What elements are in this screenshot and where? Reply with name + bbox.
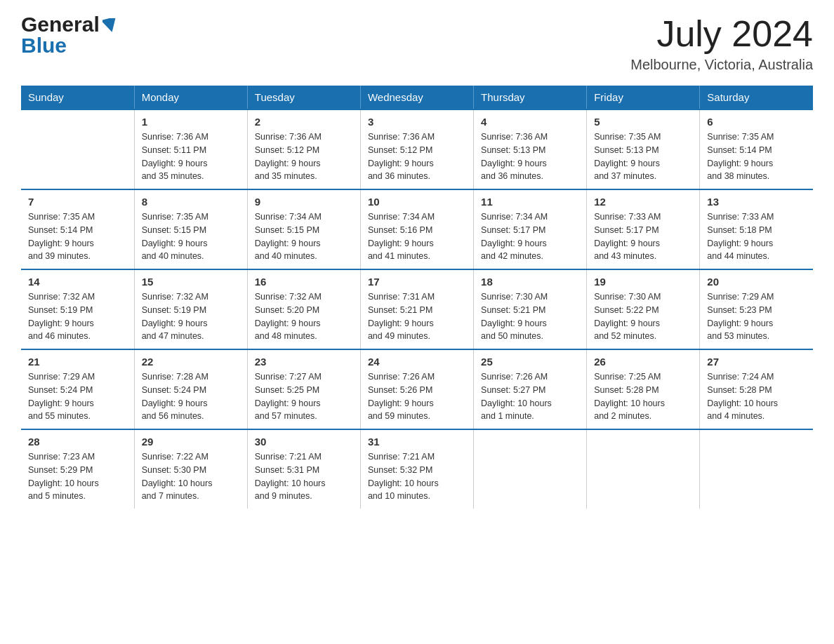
day-info: Sunrise: 7:34 AMSunset: 5:16 PMDaylight:… bbox=[368, 210, 466, 263]
day-info: Sunrise: 7:31 AMSunset: 5:21 PMDaylight:… bbox=[368, 290, 466, 343]
calendar-day-cell: 26Sunrise: 7:25 AMSunset: 5:28 PMDayligh… bbox=[587, 349, 700, 429]
day-number: 27 bbox=[707, 356, 806, 368]
day-number: 13 bbox=[707, 196, 806, 208]
svg-marker-0 bbox=[102, 18, 118, 32]
calendar-day-cell: 4Sunrise: 7:36 AMSunset: 5:13 PMDaylight… bbox=[474, 109, 587, 189]
calendar-day-cell: 31Sunrise: 7:21 AMSunset: 5:32 PMDayligh… bbox=[360, 429, 473, 509]
day-number: 9 bbox=[255, 196, 353, 208]
day-info: Sunrise: 7:22 AMSunset: 5:30 PMDaylight:… bbox=[142, 450, 240, 503]
calendar-day-cell: 29Sunrise: 7:22 AMSunset: 5:30 PMDayligh… bbox=[134, 429, 247, 509]
day-number: 7 bbox=[28, 196, 127, 208]
day-number: 23 bbox=[255, 356, 353, 368]
calendar-week-row: 7Sunrise: 7:35 AMSunset: 5:14 PMDaylight… bbox=[21, 189, 813, 269]
calendar-day-cell: 23Sunrise: 7:27 AMSunset: 5:25 PMDayligh… bbox=[247, 349, 360, 429]
title-section: July 2024 Melbourne, Victoria, Australia bbox=[630, 14, 813, 73]
calendar-day-cell bbox=[587, 429, 700, 509]
day-info: Sunrise: 7:29 AMSunset: 5:24 PMDaylight:… bbox=[28, 370, 127, 423]
calendar-table: SundayMondayTuesdayWednesdayThursdayFrid… bbox=[21, 86, 813, 509]
calendar-day-cell: 12Sunrise: 7:33 AMSunset: 5:17 PMDayligh… bbox=[587, 189, 700, 269]
day-info: Sunrise: 7:36 AMSunset: 5:12 PMDaylight:… bbox=[368, 130, 466, 183]
calendar-day-cell: 9Sunrise: 7:34 AMSunset: 5:15 PMDaylight… bbox=[247, 189, 360, 269]
calendar-day-cell: 15Sunrise: 7:32 AMSunset: 5:19 PMDayligh… bbox=[134, 269, 247, 349]
day-of-week-header: Monday bbox=[134, 86, 247, 109]
calendar-day-cell: 8Sunrise: 7:35 AMSunset: 5:15 PMDaylight… bbox=[134, 189, 247, 269]
calendar-day-cell: 19Sunrise: 7:30 AMSunset: 5:22 PMDayligh… bbox=[587, 269, 700, 349]
calendar-week-row: 21Sunrise: 7:29 AMSunset: 5:24 PMDayligh… bbox=[21, 349, 813, 429]
day-info: Sunrise: 7:24 AMSunset: 5:28 PMDaylight:… bbox=[707, 370, 806, 423]
day-of-week-header: Sunday bbox=[21, 86, 134, 109]
day-of-week-header: Thursday bbox=[474, 86, 587, 109]
logo-blue-text: Blue bbox=[21, 34, 67, 57]
day-info: Sunrise: 7:32 AMSunset: 5:19 PMDaylight:… bbox=[28, 290, 127, 343]
day-number: 16 bbox=[255, 276, 353, 288]
calendar-day-cell bbox=[700, 429, 813, 509]
day-info: Sunrise: 7:32 AMSunset: 5:20 PMDaylight:… bbox=[255, 290, 353, 343]
day-number: 19 bbox=[594, 276, 692, 288]
day-info: Sunrise: 7:34 AMSunset: 5:17 PMDaylight:… bbox=[481, 210, 579, 263]
day-number: 5 bbox=[594, 116, 692, 128]
day-info: Sunrise: 7:26 AMSunset: 5:27 PMDaylight:… bbox=[481, 370, 579, 423]
calendar-day-cell: 2Sunrise: 7:36 AMSunset: 5:12 PMDaylight… bbox=[247, 109, 360, 189]
day-info: Sunrise: 7:35 AMSunset: 5:15 PMDaylight:… bbox=[142, 210, 240, 263]
logo-general-text: General bbox=[21, 14, 100, 35]
calendar-day-cell: 22Sunrise: 7:28 AMSunset: 5:24 PMDayligh… bbox=[134, 349, 247, 429]
day-number: 14 bbox=[28, 276, 127, 288]
day-info: Sunrise: 7:30 AMSunset: 5:21 PMDaylight:… bbox=[481, 290, 579, 343]
day-number: 12 bbox=[594, 196, 692, 208]
day-info: Sunrise: 7:35 AMSunset: 5:13 PMDaylight:… bbox=[594, 130, 692, 183]
calendar-day-cell: 25Sunrise: 7:26 AMSunset: 5:27 PMDayligh… bbox=[474, 349, 587, 429]
day-info: Sunrise: 7:33 AMSunset: 5:17 PMDaylight:… bbox=[594, 210, 692, 263]
calendar-day-cell bbox=[474, 429, 587, 509]
logo: General Blue bbox=[21, 14, 118, 56]
calendar-day-cell: 1Sunrise: 7:36 AMSunset: 5:11 PMDaylight… bbox=[134, 109, 247, 189]
calendar-day-cell: 6Sunrise: 7:35 AMSunset: 5:14 PMDaylight… bbox=[700, 109, 813, 189]
day-info: Sunrise: 7:21 AMSunset: 5:31 PMDaylight:… bbox=[255, 450, 353, 503]
calendar-day-cell: 18Sunrise: 7:30 AMSunset: 5:21 PMDayligh… bbox=[474, 269, 587, 349]
page-header: General Blue July 2024 Melbourne, Victor… bbox=[21, 14, 813, 73]
day-number: 30 bbox=[255, 436, 353, 448]
day-number: 4 bbox=[481, 116, 579, 128]
calendar-day-cell: 3Sunrise: 7:36 AMSunset: 5:12 PMDaylight… bbox=[360, 109, 473, 189]
calendar-day-cell: 10Sunrise: 7:34 AMSunset: 5:16 PMDayligh… bbox=[360, 189, 473, 269]
day-info: Sunrise: 7:28 AMSunset: 5:24 PMDaylight:… bbox=[142, 370, 240, 423]
day-number: 8 bbox=[142, 196, 240, 208]
calendar-header-row: SundayMondayTuesdayWednesdayThursdayFrid… bbox=[21, 86, 813, 109]
day-number: 10 bbox=[368, 196, 466, 208]
day-number: 31 bbox=[368, 436, 466, 448]
calendar-day-cell: 28Sunrise: 7:23 AMSunset: 5:29 PMDayligh… bbox=[21, 429, 134, 509]
day-of-week-header: Friday bbox=[587, 86, 700, 109]
day-info: Sunrise: 7:30 AMSunset: 5:22 PMDaylight:… bbox=[594, 290, 692, 343]
day-number: 11 bbox=[481, 196, 579, 208]
location-subtitle: Melbourne, Victoria, Australia bbox=[630, 57, 813, 73]
day-info: Sunrise: 7:29 AMSunset: 5:23 PMDaylight:… bbox=[707, 290, 806, 343]
calendar-week-row: 28Sunrise: 7:23 AMSunset: 5:29 PMDayligh… bbox=[21, 429, 813, 509]
calendar-week-row: 1Sunrise: 7:36 AMSunset: 5:11 PMDaylight… bbox=[21, 109, 813, 189]
day-info: Sunrise: 7:35 AMSunset: 5:14 PMDaylight:… bbox=[28, 210, 127, 263]
day-number: 3 bbox=[368, 116, 466, 128]
day-number: 21 bbox=[28, 356, 127, 368]
day-number: 29 bbox=[142, 436, 240, 448]
calendar-day-cell: 16Sunrise: 7:32 AMSunset: 5:20 PMDayligh… bbox=[247, 269, 360, 349]
day-number: 26 bbox=[594, 356, 692, 368]
day-info: Sunrise: 7:21 AMSunset: 5:32 PMDaylight:… bbox=[368, 450, 466, 503]
day-info: Sunrise: 7:36 AMSunset: 5:11 PMDaylight:… bbox=[142, 130, 240, 183]
day-number: 20 bbox=[707, 276, 806, 288]
day-info: Sunrise: 7:25 AMSunset: 5:28 PMDaylight:… bbox=[594, 370, 692, 423]
day-of-week-header: Saturday bbox=[700, 86, 813, 109]
calendar-day-cell: 30Sunrise: 7:21 AMSunset: 5:31 PMDayligh… bbox=[247, 429, 360, 509]
calendar-day-cell: 21Sunrise: 7:29 AMSunset: 5:24 PMDayligh… bbox=[21, 349, 134, 429]
calendar-week-row: 14Sunrise: 7:32 AMSunset: 5:19 PMDayligh… bbox=[21, 269, 813, 349]
calendar-day-cell: 14Sunrise: 7:32 AMSunset: 5:19 PMDayligh… bbox=[21, 269, 134, 349]
calendar-day-cell bbox=[21, 109, 134, 189]
day-number: 17 bbox=[368, 276, 466, 288]
day-number: 18 bbox=[481, 276, 579, 288]
day-info: Sunrise: 7:34 AMSunset: 5:15 PMDaylight:… bbox=[255, 210, 353, 263]
day-info: Sunrise: 7:26 AMSunset: 5:26 PMDaylight:… bbox=[368, 370, 466, 423]
day-number: 24 bbox=[368, 356, 466, 368]
day-info: Sunrise: 7:36 AMSunset: 5:13 PMDaylight:… bbox=[481, 130, 579, 183]
day-info: Sunrise: 7:23 AMSunset: 5:29 PMDaylight:… bbox=[28, 450, 127, 503]
calendar-day-cell: 13Sunrise: 7:33 AMSunset: 5:18 PMDayligh… bbox=[700, 189, 813, 269]
calendar-day-cell: 11Sunrise: 7:34 AMSunset: 5:17 PMDayligh… bbox=[474, 189, 587, 269]
day-number: 22 bbox=[142, 356, 240, 368]
logo-arrow-icon bbox=[102, 18, 118, 32]
